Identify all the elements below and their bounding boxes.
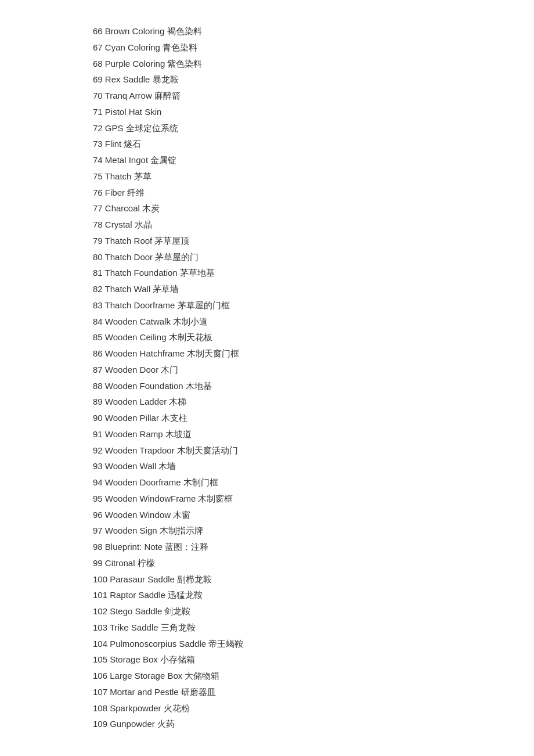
list-item: 84 Wooden Catwalk 木制小道 [93,314,441,330]
list-item: 92 Wooden Trapdoor 木制天窗活动门 [93,442,441,459]
list-item: 88 Wooden Foundation 木地基 [93,378,441,394]
list-item: 87 Wooden Door 木门 [93,362,441,378]
item-list: 66 Brown Coloring 褐色染料67 Cyan Coloring 青… [93,23,441,732]
list-item: 109 Gunpowder 火药 [93,716,441,732]
list-item: 76 Fiber 纤维 [93,185,441,201]
list-item: 104 Pulmonoscorpius Saddle 帝王蝎鞍 [93,636,441,652]
list-item: 107 Mortar and Pestle 研磨器皿 [93,684,441,700]
list-item: 70 Tranq Arrow 麻醉箭 [93,88,441,104]
list-item: 95 Wooden WindowFrame 木制窗框 [93,491,441,507]
list-item: 80 Thatch Door 茅草屋的门 [93,249,441,265]
list-item: 83 Thatch Doorframe 茅草屋的门框 [93,297,441,314]
list-item: 78 Crystal 水晶 [93,217,441,233]
list-item: 103 Trike Saddle 三角龙鞍 [93,620,441,636]
list-item: 93 Wooden Wall 木墙 [93,458,441,474]
list-item: 97 Wooden Sign 木制指示牌 [93,523,441,539]
list-item: 79 Thatch Roof 茅草屋顶 [93,233,441,249]
list-item: 75 Thatch 茅草 [93,168,441,185]
list-item: 106 Large Storage Box 大储物箱 [93,668,441,684]
list-item: 68 Purple Coloring 紫色染料 [93,56,441,72]
list-item: 85 Wooden Ceiling 木制天花板 [93,329,441,345]
list-item: 100 Parasaur Saddle 副栉龙鞍 [93,571,441,588]
list-item: 94 Wooden Doorframe 木制门框 [93,474,441,491]
list-item: 91 Wooden Ramp 木坡道 [93,426,441,442]
list-item: 74 Metal Ingot 金属锭 [93,152,441,168]
list-item: 90 Wooden Pillar 木支柱 [93,410,441,426]
list-item: 99 Citronal 柠檬 [93,555,441,571]
list-item: 86 Wooden Hatchframe 木制天窗门框 [93,345,441,362]
list-item: 98 Blueprint: Note 蓝图：注释 [93,539,441,555]
list-item: 73 Flint 燧石 [93,136,441,152]
list-item: 67 Cyan Coloring 青色染料 [93,39,441,56]
list-item: 72 GPS 全球定位系统 [93,120,441,136]
list-item: 89 Wooden Ladder 木梯 [93,394,441,410]
list-item: 77 Charcoal 木炭 [93,200,441,217]
list-item: 108 Sparkpowder 火花粉 [93,700,441,717]
list-item: 96 Wooden Window 木窗 [93,507,441,523]
list-item: 102 Stego Saddle 剑龙鞍 [93,603,441,620]
list-item: 71 Pistol Hat Skin [93,104,441,120]
list-item: 105 Storage Box 小存储箱 [93,651,441,668]
list-item: 66 Brown Coloring 褐色染料 [93,23,441,39]
list-item: 82 Thatch Wall 茅草墙 [93,281,441,297]
list-item: 81 Thatch Foundation 茅草地基 [93,265,441,281]
list-item: 101 Raptor Saddle 迅猛龙鞍 [93,587,441,603]
list-item: 69 Rex Saddle 暴龙鞍 [93,71,441,88]
